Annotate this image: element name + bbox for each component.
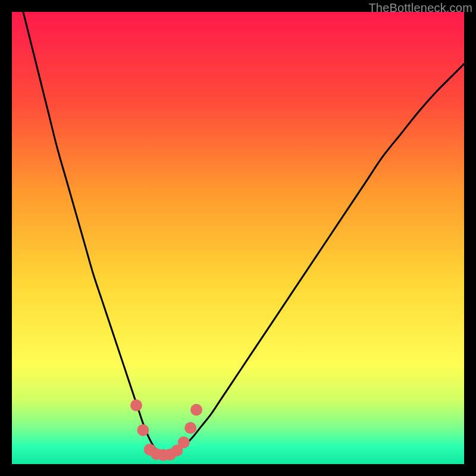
chart-frame [12,12,464,464]
bottleneck-chart [12,12,464,464]
highlight-dot [184,422,196,434]
highlight-dot [178,437,190,449]
highlight-dot [190,404,202,416]
highlight-dot [130,399,142,411]
chart-background [12,12,464,464]
highlight-dot [137,424,149,436]
